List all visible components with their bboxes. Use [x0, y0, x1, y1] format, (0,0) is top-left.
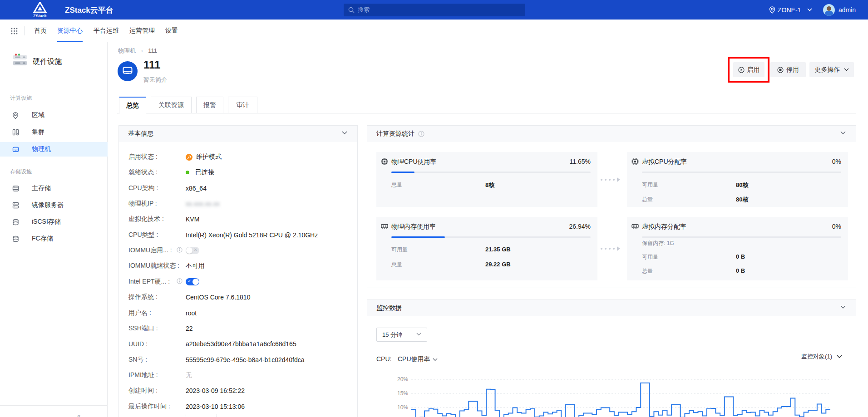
tile-title: 物理CPU使用率	[391, 158, 437, 166]
tile-row-value: 21.35 GB	[485, 246, 511, 253]
toggle-off[interactable]: ✕	[186, 247, 199, 254]
tile-note: 保留内存: 1G	[642, 240, 674, 247]
row-label: 用户名 :	[128, 309, 151, 317]
chevron-down-icon	[844, 68, 849, 71]
chevron-down-icon	[807, 8, 812, 11]
basic-info-row: CPU类型 :Intel(R) Xeon(R) Gold 5218R CPU @…	[128, 230, 351, 240]
basic-info-row: 创建时间 :2023-03-09 16:52:22	[128, 386, 351, 396]
apps-grid-icon[interactable]	[11, 28, 18, 34]
tile-row-value: 0 B	[736, 267, 745, 274]
page-title: 111	[143, 59, 160, 71]
sidebar-item-host[interactable]: 物理机	[0, 142, 108, 157]
sidebar-item-iscsi-storage[interactable]: iSCSI存储	[0, 215, 108, 229]
zstack-logo-icon[interactable]: ZStack	[30, 2, 50, 18]
nav-item-2[interactable]: 平台运维	[94, 20, 119, 42]
row-value: 2023-03-10 15:13:06	[186, 403, 245, 410]
row-label: IPMI地址 :	[128, 371, 158, 379]
user-menu[interactable]: admin	[823, 0, 856, 20]
sidebar-item-primary-storage[interactable]: 主存储	[0, 181, 108, 196]
row-label: Intel EPT硬... :	[128, 278, 170, 286]
tile-title: 物理内存使用率	[391, 223, 436, 231]
basic-info-row: 用户名 :root	[128, 308, 351, 318]
basic-info-row: 启用状态 :维护模式	[128, 152, 351, 162]
tile-title: 虚拟内存分配率	[642, 223, 686, 231]
metric-select[interactable]: CPU使用率	[398, 355, 438, 363]
primary-storage-icon	[12, 185, 20, 192]
basic-info-header[interactable]: 基本信息	[119, 126, 357, 142]
memory-stick-icon	[381, 223, 388, 232]
sidebar-item-fc-storage[interactable]: FC存储	[0, 231, 108, 246]
row-label: 就绪状态 :	[128, 168, 158, 177]
toggle-on[interactable]: ✓	[186, 278, 199, 285]
tile-percent: 0%	[832, 223, 841, 230]
tab-2[interactable]: 报警	[196, 97, 223, 113]
compute-stats-card: 计算资源统计 物理CPU使用率11.65%总量8核虚拟CPU分配率0%可用量80…	[367, 125, 856, 288]
zone-selector[interactable]: ZONE-1	[769, 0, 814, 20]
breadcrumb-parent[interactable]: 物理机	[118, 47, 136, 54]
main-nav-bar: 首页资源中心平台运维运营管理设置	[0, 20, 868, 42]
nav-item-4[interactable]: 设置	[165, 20, 178, 42]
chevron-down-icon	[840, 131, 846, 135]
progress-bar	[391, 172, 591, 173]
metric-label: CPU:	[376, 355, 391, 363]
monitor-header[interactable]: 监控数据	[367, 300, 856, 316]
sidebar-item-image-server[interactable]: 镜像服务器	[0, 198, 108, 212]
row-value: a20ebe53d90e47bbba1a1a6cfc68d165	[186, 340, 296, 348]
monitor-data-card: 监控数据 15 分钟 CPU: CPU使用率 监控对象(1) 20%15%10%	[367, 299, 856, 417]
row-value: 22	[186, 325, 193, 332]
row-label: IOMMU就绪状态 :	[128, 262, 179, 270]
location-pin-icon	[769, 6, 775, 14]
more-actions-button[interactable]: 更多操作	[809, 62, 854, 77]
tile-row-label: 可用量	[391, 246, 408, 254]
chevron-down-icon	[342, 131, 347, 135]
row-value: 无	[186, 371, 192, 379]
chart-ytick: 15%	[390, 390, 408, 397]
monitor-object-select[interactable]: 监控对象(1)	[801, 353, 842, 361]
row-value: 不可用	[186, 262, 205, 270]
brand-title: ZStack云平台	[65, 5, 113, 15]
status-value: 已连接	[186, 168, 214, 177]
add-tag-dashed-box[interactable]	[186, 414, 217, 417]
chevron-down-icon	[840, 305, 846, 309]
global-search-input[interactable]: 搜索	[344, 4, 525, 16]
basic-info-row: IOMMU就绪状态 :不可用	[128, 261, 351, 271]
tile-title: 虚拟CPU分配率	[642, 158, 687, 166]
sidebar: 硬件设施 计算设施区域集群物理机存储设施主存储镜像服务器iSCSI存储FC存储 …	[0, 42, 108, 417]
basic-info-row: 虚拟化技术 :KVM	[128, 214, 351, 224]
zone-name: ZONE-1	[778, 6, 801, 14]
row-value: KVM	[186, 216, 199, 223]
sidebar-collapse-icon[interactable]: «	[77, 412, 81, 417]
tile-percent: 0%	[832, 158, 841, 165]
row-value: CentOS Core 7.6.1810	[186, 294, 250, 301]
zone-icon	[12, 112, 20, 119]
row-label: IOMMU启用... :	[128, 246, 172, 255]
tile-row-value: 29.22 GB	[485, 261, 511, 268]
progress-bar	[642, 236, 841, 238]
nav-item-1[interactable]: 资源中心	[57, 20, 83, 42]
time-range-select[interactable]: 15 分钟	[376, 328, 427, 342]
sidebar-item-cluster[interactable]: 集群	[0, 125, 108, 139]
tab-1[interactable]: 关联资源	[151, 97, 192, 113]
disable-button[interactable]: 停用	[770, 62, 806, 77]
compute-stats-header[interactable]: 计算资源统计	[367, 126, 856, 142]
breadcrumb: 物理机 › 111	[118, 47, 157, 55]
basic-info-row: 最后操作时间 :2023-03-10 15:13:06	[128, 402, 351, 412]
annotation-highlight-box	[728, 57, 769, 83]
redacted-value: xx.xxx.xx.xx	[186, 200, 220, 207]
hardware-facility-icon	[11, 54, 29, 69]
chart-ytick: 20%	[390, 376, 408, 383]
sidebar-group-label: 计算设施	[10, 94, 32, 102]
sidebar-item-zone[interactable]: 区域	[0, 108, 108, 123]
basic-info-row: SN号 :55595e99-679e-495c-b8a4-b1c02d40fdc…	[128, 355, 351, 365]
row-label: 操作系统 :	[128, 293, 158, 301]
nav-item-3[interactable]: 运营管理	[129, 20, 155, 42]
memory-stick-icon	[631, 223, 639, 232]
nav-item-0[interactable]: 首页	[34, 20, 47, 42]
tab-3[interactable]: 审计	[228, 97, 257, 113]
row-label: CPU架构 :	[128, 184, 158, 192]
row-label: 创建时间 :	[128, 387, 158, 395]
tab-0[interactable]: 总览	[119, 97, 146, 114]
host-icon	[12, 146, 20, 153]
progress-bar	[391, 236, 591, 238]
tile-row-value: 80核	[736, 181, 748, 189]
